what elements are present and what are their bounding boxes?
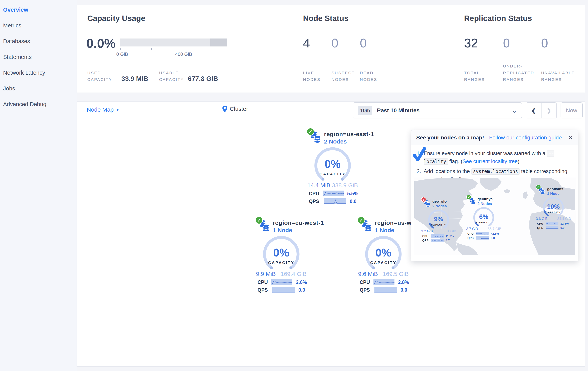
close-icon[interactable]: ✕ bbox=[568, 134, 573, 141]
capacity-label: CAPACITY bbox=[546, 211, 561, 214]
qps-label: QPS bbox=[467, 236, 476, 239]
warning-count-badge: 1 bbox=[421, 197, 426, 202]
used-capacity: 3.2 GiB bbox=[421, 229, 433, 233]
configuration-guide-link[interactable]: Follow our configuration guide bbox=[489, 134, 562, 141]
map-node-count: 2 Nodes bbox=[478, 202, 493, 206]
capacity-label: CAPACITY bbox=[320, 172, 346, 176]
capacity-tick-label-400: 400 GiB bbox=[175, 52, 192, 57]
healthy-check-icon: ✓ bbox=[466, 195, 471, 200]
map-node-geo-ams: ✓ geo=ams 1 Node 10% CAPACITY 3.6 GiB 34… bbox=[535, 187, 572, 229]
map-node-geo-nyc: ✓ geo=nyc 2 Nodes 6% CAPACITY 3.7 GiB 65… bbox=[465, 197, 503, 239]
used-capacity: 14.4 MiB bbox=[307, 182, 330, 189]
qps-value: 0.0 bbox=[491, 236, 495, 239]
previous-window-button[interactable]: ❮ bbox=[526, 103, 542, 118]
step-done-check-icon bbox=[412, 147, 427, 162]
cpu-value: 2.8% bbox=[398, 279, 409, 285]
qps-sparkline bbox=[272, 287, 295, 293]
capacity-label: CAPACITY bbox=[370, 260, 397, 265]
next-window-button[interactable]: ❯ bbox=[542, 103, 557, 118]
unavailable-ranges-value: 0 bbox=[541, 36, 548, 50]
qps-value: 0.0 bbox=[350, 198, 357, 204]
total-ranges-label: TOTAL RANGES bbox=[464, 53, 489, 83]
total-ranges-value: 32 bbox=[464, 36, 478, 50]
capacity-bar-other-segment bbox=[210, 39, 227, 46]
view-selector[interactable]: Node Map ▾ bbox=[87, 106, 119, 113]
step-text: Ensure every node in your cluster was st… bbox=[424, 151, 547, 156]
healthy-check-icon: ✓ bbox=[357, 216, 365, 224]
qps-sparkline bbox=[476, 236, 489, 239]
qps-label: QPS bbox=[537, 226, 546, 229]
used-capacity: 9.6 MiB bbox=[358, 271, 378, 277]
capacity-usage-title: Capacity Usage bbox=[87, 14, 145, 23]
now-button[interactable]: Now bbox=[561, 103, 583, 118]
capacity-percent: 9% bbox=[434, 216, 443, 223]
cpu-label: CPU bbox=[422, 234, 431, 238]
sidebar-item-databases[interactable]: Databases bbox=[0, 33, 77, 49]
usable-capacity: 338.9 GiB bbox=[332, 182, 358, 189]
map-node-count: 1 Node bbox=[547, 192, 563, 196]
capacity-percent: 0% bbox=[375, 247, 391, 259]
node-count-link[interactable]: 1 Node bbox=[273, 227, 324, 234]
node-map-toolbar: Node Map ▾ Cluster 10m Past 10 Minutes ⌄… bbox=[77, 102, 585, 119]
database-icon: 1 bbox=[423, 199, 430, 207]
breadcrumb[interactable]: Cluster bbox=[222, 106, 248, 112]
cpu-label: CPU bbox=[360, 279, 373, 285]
map-node-geo-sfo: 1 geo=sfo 2 Nodes 9% CAPACITY 3.2 GiB 35… bbox=[420, 199, 457, 242]
cpu-label: CPU bbox=[537, 222, 546, 225]
qps-value: 4.7 bbox=[446, 238, 450, 242]
step-text: Add locations to the bbox=[424, 168, 471, 174]
qps-value: 0.0 bbox=[400, 287, 407, 293]
map-node-title: geo=sfo bbox=[432, 199, 447, 204]
cpu-value: 2.6% bbox=[296, 279, 307, 285]
suspect-nodes-label: SUSPECT NODES bbox=[331, 60, 357, 83]
node-group-us-west-1[interactable]: ✓ region=us-west-1 1 Node 0% CAPACITY 9.… bbox=[358, 219, 409, 293]
sidebar-item-advanced-debug[interactable]: Advanced Debug bbox=[0, 96, 77, 112]
chevron-down-icon: ▾ bbox=[116, 107, 119, 112]
sidebar-item-metrics[interactable]: Metrics bbox=[0, 18, 77, 33]
sidebar-item-jobs[interactable]: Jobs bbox=[0, 81, 77, 96]
capacity-gauge: 0% CAPACITY bbox=[262, 235, 300, 270]
sidebar: Overview Metrics Databases Statements Ne… bbox=[0, 0, 77, 371]
time-range-badge: 10m bbox=[358, 106, 372, 115]
toolbar-divider bbox=[346, 102, 346, 119]
locality-tree-link[interactable]: See current locality tree bbox=[462, 158, 518, 164]
capacity-tick bbox=[183, 48, 183, 50]
step-number: 2. bbox=[417, 167, 421, 175]
sidebar-item-network-latency[interactable]: Network Latency bbox=[0, 65, 77, 81]
qps-sparkline bbox=[546, 226, 558, 229]
cpu-sparkline bbox=[373, 279, 394, 285]
step-text: ) bbox=[518, 158, 519, 164]
used-capacity-value: 33.9 MiB bbox=[121, 75, 148, 82]
capacity-used-percent: 0.0% bbox=[86, 36, 116, 51]
map-node-title: geo=nyc bbox=[478, 197, 493, 201]
qps-value: 0.0 bbox=[560, 226, 565, 229]
sidebar-item-overview[interactable]: Overview bbox=[0, 2, 77, 18]
capacity-percent: 6% bbox=[479, 213, 488, 220]
suspect-nodes-value: 0 bbox=[331, 36, 338, 50]
qps-label: QPS bbox=[360, 287, 374, 293]
capacity-label: CAPACITY bbox=[268, 260, 294, 265]
cluster-summary-panel: Capacity Usage 0.0% 0 GiB 400 GiB USED C… bbox=[77, 5, 585, 93]
popup-header: See your nodes on a map! Follow our conf… bbox=[411, 130, 578, 145]
database-icon: ✓ bbox=[360, 219, 372, 232]
capacity-gauge: 0% CAPACITY bbox=[314, 146, 352, 182]
capacity-gauge: 6% CAPACITY bbox=[473, 207, 495, 227]
node-group-title: region=us-east-1 bbox=[324, 131, 374, 137]
dead-nodes-label: DEAD NODES bbox=[360, 60, 383, 83]
node-group-eu-west-1[interactable]: ✓ region=eu-west-1 1 Node 0% CAPACITY 9.… bbox=[256, 219, 307, 293]
node-count-link[interactable]: 2 Nodes bbox=[324, 138, 374, 145]
node-group-title: region=eu-west-1 bbox=[273, 219, 324, 226]
usable-capacity: 35.1 GiB bbox=[442, 229, 456, 233]
unavailable-ranges-label: UNAVAILABLE RANGES bbox=[541, 53, 578, 83]
view-selector-label: Node Map bbox=[87, 106, 114, 113]
usable-capacity: 34.4 GiB bbox=[557, 217, 571, 221]
popup-title: See your nodes on a map! bbox=[416, 134, 484, 141]
cpu-sparkline bbox=[431, 234, 444, 238]
system-locations-code: system.locations bbox=[471, 168, 520, 175]
usable-capacity: 169.4 GiB bbox=[281, 271, 306, 277]
node-group-us-east-1[interactable]: ✓ region=us-east-1 2 Nodes 0% CAPACITY 1… bbox=[307, 131, 358, 204]
cpu-value: 12.3% bbox=[560, 222, 569, 225]
time-range-selector[interactable]: 10m Past 10 Minutes ⌄ bbox=[353, 103, 522, 118]
capacity-label: CAPACITY bbox=[431, 223, 446, 226]
sidebar-item-statements[interactable]: Statements bbox=[0, 49, 77, 65]
